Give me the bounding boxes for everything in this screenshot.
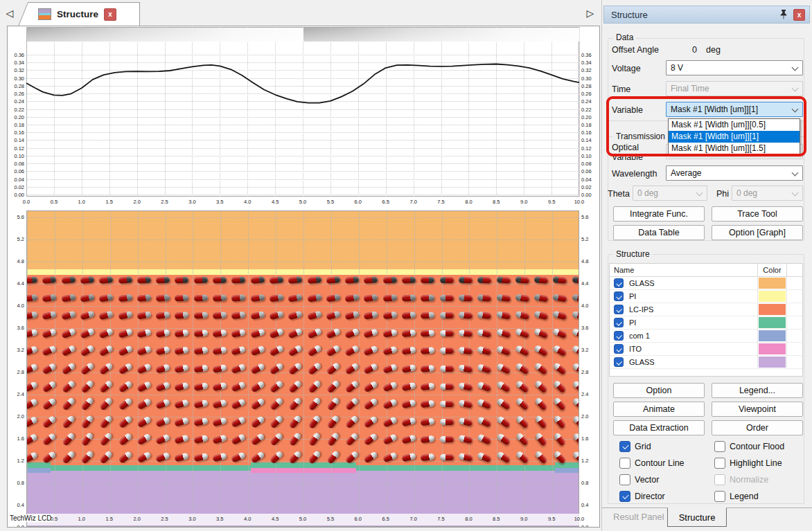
lc-director-glyph (382, 294, 397, 302)
y-axis-tick-label: 0.12 (581, 145, 598, 152)
gridline (27, 284, 579, 285)
x-axis-tick-label: 2.5 (159, 199, 170, 205)
x-axis-tick-label: 5.0 (297, 516, 309, 522)
layer-color-swatch[interactable] (759, 330, 786, 341)
y-axis-tick-label: 0.02 (8, 184, 24, 190)
contour-flood-checkbox[interactable]: Contour Flood (714, 441, 784, 452)
y-axis-tick-label: 0.26 (8, 91, 24, 97)
lc-director-glyph (345, 276, 360, 284)
layer-visible-checkbox[interactable] (614, 291, 624, 301)
y-axis-tick-label: 0.24 (581, 98, 598, 105)
variable-select[interactable]: Mask #1 [Width [um]][1] (666, 102, 803, 117)
lc-director-glyph (459, 312, 473, 318)
layer-visible-checkbox[interactable] (614, 357, 624, 367)
viewpoint-button[interactable]: Viewpoint (712, 402, 803, 417)
legend-checkbox[interactable]: Legend (714, 491, 759, 502)
chart-area[interactable]: TechWiz LCD 0.00.51.01.52.02.53.03.54.04… (7, 26, 600, 528)
wavelength-select[interactable]: Average (666, 165, 803, 181)
lc-director-glyph (118, 294, 132, 302)
legend-button[interactable]: Legend... (712, 383, 803, 398)
structure-layer-table[interactable]: Name Color GLASS PI LC-IPS PI com 1 ITO … (609, 263, 803, 377)
x-axis-tick-label: 8.0 (462, 516, 475, 522)
y-axis-tick-label: 0.34 (581, 60, 598, 66)
layer-name: GLASS (629, 358, 655, 366)
layer-visible-checkbox[interactable] (614, 278, 624, 288)
voltage-select[interactable]: 8 V (666, 60, 803, 75)
variable-option[interactable]: Mask #1 [Width [um]][1] (669, 131, 800, 143)
layer-color-swatch[interactable] (759, 343, 786, 354)
variable-options-list[interactable]: Mask #1 [Width [um]][0.5]Mask #1 [Width … (668, 118, 800, 155)
lc-director-glyph (440, 401, 454, 407)
x-axis-tick-label: 4.0 (242, 199, 253, 205)
tab-result-panel[interactable]: Result Panel (613, 512, 664, 522)
x-axis-tick-label: 0.0 (21, 199, 32, 205)
trace-tool-button[interactable]: Trace Tool (712, 206, 803, 222)
data-group-label: Data (613, 33, 636, 42)
tab-scroll-left-icon[interactable]: ◁ (3, 6, 16, 21)
checkbox-label: Legend (730, 492, 759, 501)
x-axis-tick-label: 10.0 (573, 516, 585, 522)
tab-close-icon[interactable]: x (104, 8, 116, 21)
layer-color-swatch[interactable] (759, 317, 786, 328)
panel-close-icon[interactable]: x (793, 9, 805, 21)
x-axis-tick-label: 4.5 (270, 199, 281, 205)
structure-group-label: Structure (613, 249, 653, 259)
x-axis-tick-label: 3.5 (214, 199, 225, 205)
variable-option[interactable]: Mask #1 [Width [um]][1.5] (669, 143, 800, 154)
y-axis-tick-label: 2.8 (581, 369, 598, 375)
table-row[interactable]: LC-IPS (610, 303, 802, 316)
data-extraction-button[interactable]: Data Extraction (613, 420, 705, 435)
y-axis-tick-label: 2.0 (581, 413, 598, 420)
tab-structure-panel[interactable]: Structure (667, 507, 727, 527)
y-axis-tick-label: 0.4 (581, 502, 598, 508)
lc-director-glyph (459, 294, 473, 301)
layer-visible-checkbox[interactable] (614, 305, 624, 314)
tab-structure[interactable]: Structure x (28, 2, 140, 26)
time-select[interactable]: Final Time (666, 81, 803, 96)
theta-select[interactable]: 0 deg (633, 186, 707, 201)
highlight-line-checkbox[interactable]: Highlight Line (714, 458, 782, 469)
layer-color-swatch[interactable] (759, 291, 786, 302)
variable-option[interactable]: Mask #1 [Width [um]][0.5] (669, 119, 800, 131)
layer-color-swatch[interactable] (759, 304, 786, 315)
option-graph-button[interactable]: Option [Graph] (712, 225, 803, 240)
lc-director-glyph (440, 419, 454, 425)
lc-director-glyph (402, 294, 416, 301)
table-row[interactable]: com 1 (610, 330, 802, 343)
layer-color-swatch[interactable] (759, 357, 786, 368)
lc-director-glyph (458, 330, 473, 337)
animate-button[interactable]: Animate (613, 402, 705, 417)
x-axis-tick-label: 3.0 (186, 199, 197, 205)
layer-color-swatch[interactable] (759, 278, 786, 289)
optical-variable-label: Optical Variable (612, 143, 659, 162)
phi-select[interactable]: 0 deg (732, 186, 803, 201)
normalize-checkbox: Normalize (714, 474, 768, 485)
order-button[interactable]: Order (712, 420, 803, 435)
table-row[interactable]: ITO (610, 343, 802, 356)
gridline (27, 395, 579, 395)
option-button[interactable]: Option (613, 383, 705, 398)
grid-checkbox[interactable]: Grid (619, 441, 651, 452)
gridline (27, 306, 579, 307)
y-axis-tick-label: 0.08 (581, 161, 598, 167)
table-row[interactable]: GLASS (610, 277, 802, 290)
table-row[interactable]: PI (610, 316, 802, 330)
integrate-func-button[interactable]: Integrate Func. (613, 206, 705, 222)
director-checkbox[interactable]: Director (619, 491, 665, 502)
data-table-button[interactable]: Data Table (613, 225, 705, 240)
x-axis-tick-label: 3.0 (186, 516, 198, 522)
structure-plot-area[interactable] (26, 210, 579, 527)
pin-icon[interactable] (778, 9, 789, 20)
contour-line-checkbox[interactable]: Contour Line (619, 458, 685, 469)
tab-scroll-right-icon[interactable]: ▷ (584, 6, 597, 21)
table-row[interactable]: PI (610, 290, 802, 303)
gridline (552, 211, 553, 527)
y-axis-tick-label: 5.2 (8, 236, 24, 242)
layer-visible-checkbox[interactable] (614, 344, 624, 354)
table-row[interactable]: GLASS (610, 356, 802, 369)
vector-checkbox[interactable]: Vector (619, 474, 659, 485)
layer-visible-checkbox[interactable] (614, 331, 624, 341)
lc-director-glyph (515, 276, 529, 284)
y-axis-tick-label: 0.18 (581, 122, 598, 128)
layer-visible-checkbox[interactable] (614, 318, 624, 327)
